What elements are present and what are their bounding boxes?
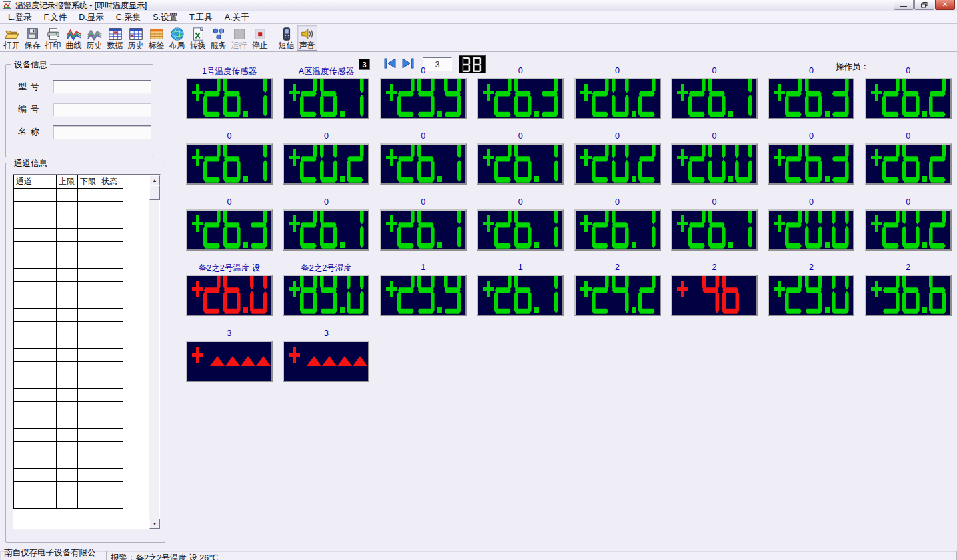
sound-speaker-icon [299, 27, 315, 41]
scroll-up-icon[interactable]: ▲ [149, 175, 160, 185]
menu-item[interactable]: L.登录 [2, 11, 37, 25]
led-display-cell: 3 [186, 329, 273, 382]
menu-item[interactable]: S.设置 [147, 11, 183, 25]
led-panel-value [768, 209, 854, 251]
minimize-button[interactable] [894, 0, 914, 10]
display-label: 0 [574, 131, 661, 143]
display-label: 0 [283, 131, 369, 143]
toolbar-button-data-table[interactable]: 数据 [105, 25, 125, 51]
led-display-cell: 0 [574, 131, 661, 185]
led-display-cell: 0 [671, 197, 758, 251]
open-folder-icon [4, 26, 19, 41]
device-field-label: 名 称 [18, 126, 53, 138]
toolbar-button-printer[interactable]: 打印 [43, 25, 63, 51]
channel-table-scrollbar[interactable]: ▲ ▼ [149, 175, 159, 529]
service-network-icon [211, 26, 226, 41]
toolbar-button-history-curve[interactable]: 历史 [84, 25, 105, 51]
channel-row [14, 322, 123, 335]
display-label: A区温度传感器 [283, 66, 369, 78]
display-label: 备2之2号温度 设 [186, 263, 273, 275]
led-display-cell: 0 [574, 66, 661, 119]
device-field-label: 型 号 [18, 81, 53, 93]
display-label: 0 [283, 197, 369, 209]
scroll-down-icon[interactable]: ▼ [149, 519, 160, 529]
led-panel-value [186, 78, 273, 119]
toolbar-button-curve-chart[interactable]: 曲线 [63, 25, 84, 51]
toolbar-button-sms-phone[interactable]: 短信 [276, 25, 297, 51]
save-floppy-icon [25, 26, 40, 41]
toolbar-button-label: 布局 [169, 41, 185, 50]
led-panel-value [574, 143, 661, 185]
led-display-cell: 备2之2号温度 设 [186, 263, 273, 316]
led-panel-value [671, 78, 758, 119]
toolbar-separator [273, 26, 273, 49]
channel-row [14, 335, 123, 349]
led-display-cell: 0 [671, 66, 758, 119]
display-label: 0 [768, 66, 854, 78]
toolbar-button-history-table[interactable]: 历史 [125, 25, 146, 51]
menu-item[interactable]: C.采集 [110, 11, 147, 25]
channel-row [14, 362, 123, 375]
curve-chart-icon [66, 26, 81, 41]
led-display-cell: 0 [768, 197, 854, 251]
device-info-title: 设备信息 [11, 59, 50, 71]
led-display-cell: 0 [283, 197, 369, 251]
channel-row [14, 389, 123, 402]
sms-phone-icon [279, 26, 294, 41]
channel-row [14, 402, 123, 415]
device-field-input[interactable] [53, 103, 151, 117]
toolbar-button-run-square[interactable]: 运行 [229, 25, 249, 51]
layout-globe-icon [169, 26, 185, 41]
led-display-cell: 0 [865, 66, 952, 119]
led-display-cell: 2 [671, 263, 758, 316]
device-field-input[interactable] [53, 80, 151, 94]
device-field-input[interactable] [53, 125, 151, 139]
led-display-cell: 0 [186, 131, 273, 185]
menubar: L.登录F.文件D.显示C.采集S.设置T.工具A.关于 [0, 11, 957, 24]
toolbar-button-service-network[interactable]: 服务 [208, 25, 229, 51]
display-label: 0 [380, 197, 467, 209]
toolbar-button-label: 短信 [279, 41, 295, 50]
display-label: 0 [671, 197, 758, 209]
menu-item[interactable]: F.文件 [37, 11, 73, 25]
scrollbar-thumb[interactable] [149, 185, 160, 200]
led-display-cell: 3 [283, 329, 369, 382]
toolbar-button-convert-excel[interactable]: 转换 [187, 25, 208, 51]
display-label: 2 [671, 263, 758, 275]
toolbar: 打开保存打印曲线历史数据历史标签布局转换服务运行停止短信声音 3 操作员： [0, 24, 957, 52]
channel-table[interactable]: 通道上限下限状态 ▲ ▼ [13, 174, 161, 530]
toolbar-button-open-folder[interactable]: 打开 [1, 25, 22, 51]
history-curve-icon [87, 26, 102, 41]
menu-item[interactable]: A.关于 [219, 11, 255, 25]
led-panel-value [283, 275, 369, 316]
display-label: 0 [574, 66, 661, 78]
toolbar-button-label-grid[interactable]: 标签 [146, 25, 167, 51]
display-label: 0 [768, 131, 854, 143]
display-label: 3 [283, 329, 369, 341]
channel-row [14, 202, 123, 215]
channel-row [14, 215, 123, 229]
menu-item[interactable]: D.显示 [73, 11, 110, 25]
statusbar: 南自仪存电子设备有限公司 报警：备2之2号温度 设 26℃ [0, 551, 957, 560]
display-label: 备2之2号湿度 [283, 263, 369, 275]
panel-divider [175, 53, 175, 551]
led-display-cell: 0 [477, 66, 564, 119]
led-display-cell: 2 [574, 263, 661, 316]
menu-item[interactable]: T.工具 [183, 11, 219, 25]
toolbar-button-layout-globe[interactable]: 布局 [167, 25, 187, 51]
restore-button[interactable] [914, 0, 934, 10]
toolbar-button-stop-square[interactable]: 停止 [249, 25, 270, 51]
led-panel-value [380, 209, 467, 251]
toolbar-button-save-floppy[interactable]: 保存 [22, 25, 43, 51]
led-panel-value [865, 275, 952, 316]
toolbar-button-sound-speaker[interactable]: 声音 [297, 25, 317, 51]
close-button[interactable]: ✕ [935, 0, 955, 10]
display-label: 1 [477, 263, 564, 275]
stop-square-icon [252, 26, 267, 41]
display-label: 0 [477, 197, 564, 209]
led-display-cell: 0 [574, 197, 661, 251]
led-panel-value [186, 143, 273, 185]
app-icon [3, 1, 12, 10]
led-display-cell: 0 [186, 197, 273, 251]
led-display-cell: 0 [380, 66, 467, 119]
